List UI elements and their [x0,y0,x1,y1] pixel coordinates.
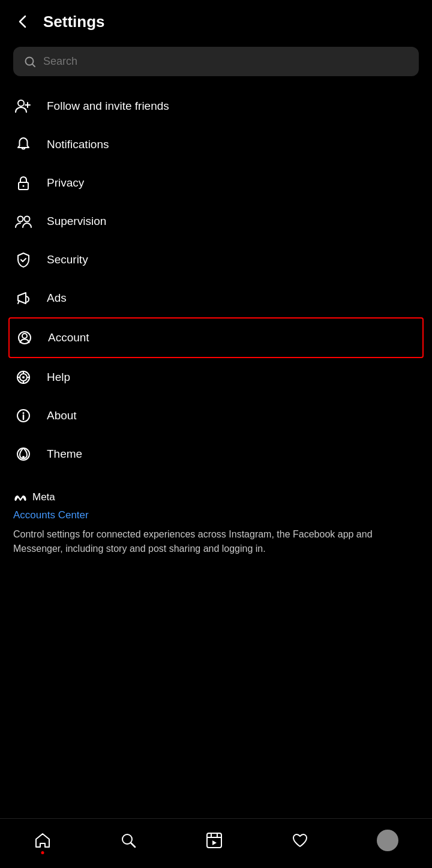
svg-point-3 [23,185,25,187]
menu-item-about[interactable]: About [13,397,419,435]
home-active-dot [41,851,44,854]
shield-icon [13,251,34,268]
bottom-nav [0,818,432,868]
menu-label-account: Account [48,331,89,344]
home-icon [34,831,52,849]
menu-label-supervision: Supervision [47,215,106,228]
menu-label-theme: Theme [47,447,82,461]
svg-point-4 [18,217,23,222]
ads-icon [13,290,34,307]
help-icon [13,369,34,386]
menu-item-supervision[interactable]: Supervision [13,202,419,241]
nav-likes[interactable] [284,829,316,852]
menu-label-notifications: Notifications [47,138,109,151]
meta-logo-row: Meta [13,491,419,503]
theme-icon [13,446,34,462]
search-input[interactable] [43,55,408,68]
profile-avatar [377,830,398,851]
menu-label-help: Help [47,371,70,384]
nav-search[interactable] [112,829,145,852]
supervision-icon [13,213,34,230]
page-title: Settings [43,13,105,31]
menu-item-ads[interactable]: Ads [13,279,419,317]
menu-item-security[interactable]: Security [13,241,419,279]
menu-label-ads: Ads [47,292,67,305]
nav-profile[interactable] [370,827,406,854]
svg-point-12 [23,412,25,414]
menu-label-about: About [47,409,77,422]
search-icon [24,56,36,68]
svg-point-1 [18,100,24,106]
menu-label-security: Security [47,253,88,266]
lock-icon [13,175,34,191]
menu-label-follow-invite: Follow and invite friends [47,100,169,113]
menu-item-privacy[interactable]: Privacy [13,164,419,202]
svg-point-5 [25,217,30,222]
menu-item-follow-invite[interactable]: Follow and invite friends [13,87,419,125]
account-icon [14,329,35,346]
accounts-center-description: Control settings for connected experienc… [13,527,419,556]
menu-label-privacy: Privacy [47,176,84,190]
bell-icon [13,136,34,153]
reels-icon [205,831,223,849]
svg-point-7 [22,334,27,338]
svg-point-14 [22,456,25,458]
follow-icon [13,98,34,115]
menu-item-account[interactable]: Account [8,317,424,358]
svg-rect-16 [207,833,221,848]
about-icon [13,407,34,424]
meta-section: Meta Accounts Center Control settings fo… [0,473,432,568]
search-bar[interactable] [13,47,419,76]
search-container [0,41,432,87]
search-nav-icon [119,831,137,849]
menu-list: Follow and invite friends Notifications … [0,87,432,473]
meta-logo-text: Meta [32,491,55,503]
back-button[interactable] [12,11,34,32]
menu-item-theme[interactable]: Theme [13,435,419,473]
meta-logo-icon [13,492,28,502]
menu-item-help[interactable]: Help [13,358,419,397]
nav-reels[interactable] [198,829,230,852]
header: Settings [0,0,432,41]
heart-icon [291,831,309,849]
svg-point-10 [22,376,25,379]
menu-item-notifications[interactable]: Notifications [13,125,419,164]
accounts-center-link[interactable]: Accounts Center [13,509,419,521]
back-icon [14,13,31,30]
nav-home[interactable] [26,829,59,852]
